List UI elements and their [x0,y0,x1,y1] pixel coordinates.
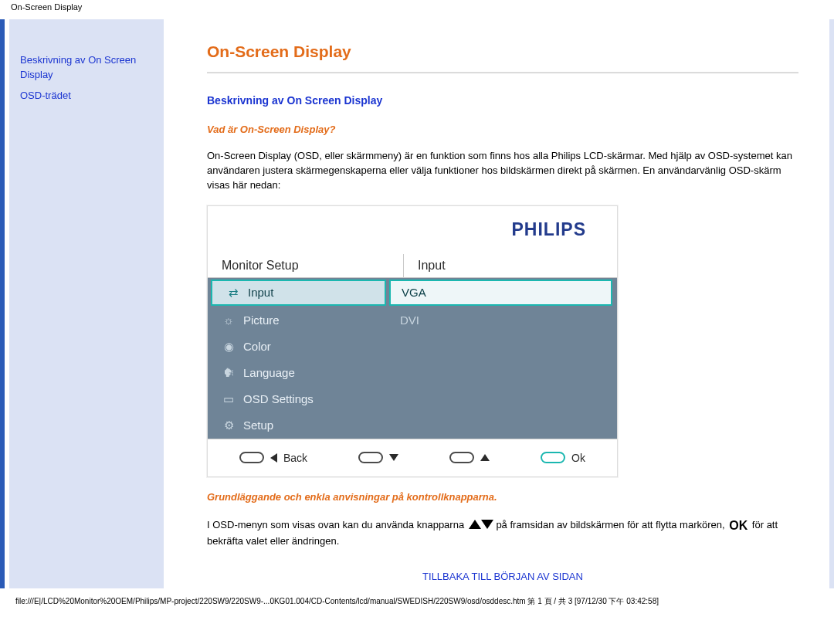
triangle-left-icon [270,453,277,463]
osd-screenshot: PHILIPS Monitor Setup Input ⇄ Input [207,205,618,477]
osd-menu-setup[interactable]: ⚙ Setup [208,412,389,439]
osd-options-right: VGA DVI [389,278,617,439]
osd-menu-input[interactable]: ⇄ Input [211,280,386,306]
sidebar: Beskrivning av On Screen Display OSD-trä… [9,19,164,588]
pill-ok-icon [541,452,565,463]
back-to-top-link[interactable]: TILLBAKA TILL BÖRJAN AV SIDAN [422,571,583,582]
osd-menu-label: Color [239,340,271,353]
frag-b: på framsidan av bildskärmen för att flyt… [496,519,727,530]
page-root: On-Screen Display Beskrivning av On Scre… [0,0,834,607]
input-icon: ⇄ [223,286,243,300]
back-to-top-wrap: TILLBAKA TILL BÖRJAN AV SIDAN [207,571,798,582]
osd-menu-label: Language [239,366,295,379]
osd-menu-label: OSD Settings [239,392,314,405]
osd-header-left: Monitor Setup [208,254,403,277]
osd-back-label: Back [283,452,307,464]
osd-option-vga[interactable]: VGA [389,280,612,306]
ok-glyph: OK [727,519,749,532]
osd-column-headers: Monitor Setup Input [208,254,617,278]
footer-path: file:///E|/LCD%20Monitor%20OEM/Philips/M… [0,588,834,607]
osd-menu-color[interactable]: ◉ Color [208,334,389,360]
screen-icon: ▭ [219,392,239,406]
osd-option-label: VGA [402,286,426,299]
osd-menu-language[interactable]: 🗣 Language [208,360,389,386]
osd-menu-label: Input [243,286,273,299]
osd-menu-label: Setup [239,419,273,432]
osd-down-button[interactable] [358,452,398,463]
osd-header-right: Input [403,254,617,277]
horizontal-rule [207,72,798,74]
pill-icon [358,452,383,463]
pill-icon [239,452,264,463]
osd-option-label: DVI [400,314,419,327]
osd-panel: ⇄ Input ☼ Picture ◉ Color [208,278,617,439]
svg-marker-0 [469,520,481,529]
document-header: On-Screen Display [0,0,834,19]
language-icon: 🗣 [219,366,239,379]
pill-icon [449,452,474,463]
frag-a: I OSD-menyn som visas ovan kan du använd… [207,519,467,530]
osd-bottom-bar: Back Ok [208,439,617,476]
question-heading: Vad är On-Screen Display? [207,124,798,135]
osd-menu-picture[interactable]: ☼ Picture [208,307,389,334]
philips-logo: PHILIPS [512,219,586,240]
triangle-up-icon [480,454,490,461]
gear-icon: ⚙ [219,419,239,432]
osd-option-dvi[interactable]: DVI [389,307,617,334]
sidebar-link-description[interactable]: Beskrivning av On Screen Display [20,53,153,83]
instruction-paragraph: I OSD-menyn som visas ovan kan du använd… [207,517,798,549]
osd-menu-osd-settings[interactable]: ▭ OSD Settings [208,386,389,412]
main-content: On-Screen Display Beskrivning av On Scre… [164,19,815,588]
triangle-down-icon [389,454,398,461]
section-heading: Beskrivning av On Screen Display [207,94,798,107]
brightness-icon: ☼ [219,314,239,327]
osd-ok-label: Ok [571,452,585,464]
sidebar-link-osd-tree[interactable]: OSD-trädet [20,89,153,103]
layout: Beskrivning av On Screen Display OSD-trä… [0,19,834,588]
instructions-subheading: Grundläggande och enkla anvisningar på k… [207,491,798,503]
right-accent-strip [829,19,834,588]
globe-icon: ◉ [219,340,239,354]
osd-back-button[interactable]: Back [239,452,307,464]
osd-body: ⇄ Input ☼ Picture ◉ Color [208,278,617,439]
up-down-arrows-icon [467,519,497,530]
osd-menu-label: Picture [239,314,280,327]
svg-marker-1 [481,520,493,529]
osd-spacer [389,334,617,439]
osd-logo-bar: PHILIPS [208,206,617,254]
page-title: On-Screen Display [207,42,798,61]
osd-menu-left: ⇄ Input ☼ Picture ◉ Color [208,278,389,439]
osd-ok-button[interactable]: Ok [541,452,585,464]
osd-up-button[interactable] [449,452,490,463]
intro-paragraph: On-Screen Display (OSD, eller skärmmeny)… [207,149,798,193]
